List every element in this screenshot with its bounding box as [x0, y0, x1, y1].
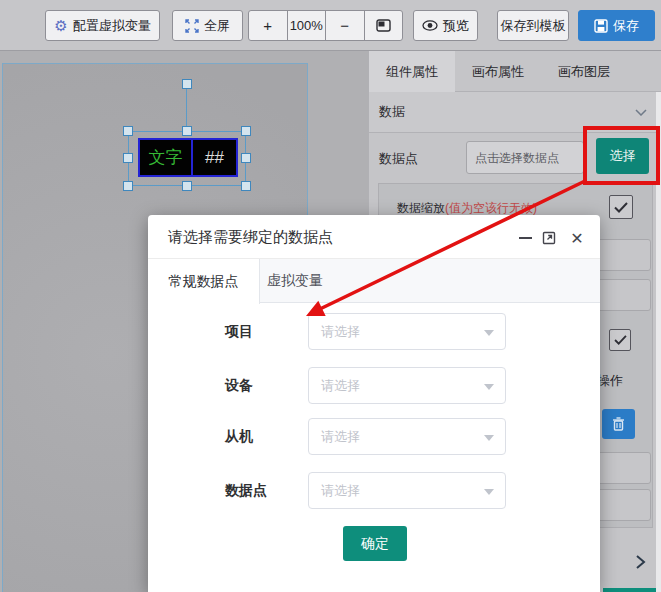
check-icon [614, 202, 628, 213]
chevron-right-icon [635, 554, 646, 570]
minimize-icon [519, 237, 532, 239]
form-row-project: 项目 请选择 [148, 313, 600, 350]
dialog-tab-bar: 常规数据点 虚拟变量 [148, 259, 600, 303]
datapoint-field-label: 数据点 [225, 472, 267, 509]
close-icon: ✕ [570, 229, 583, 248]
group-checkbox-2[interactable] [609, 329, 631, 351]
dialog-title: 请选择需要绑定的数据点 [168, 215, 333, 259]
form-row-datapoint: 数据点 请选择 [148, 472, 600, 509]
eye-icon [422, 20, 438, 31]
delete-row-button[interactable] [602, 409, 635, 439]
resize-handle-ne[interactable] [241, 126, 251, 136]
datapoint-select[interactable]: 请选择 [308, 472, 506, 509]
widget-label-box[interactable]: 文字 [138, 138, 193, 177]
form-row-slave: 从机 请选择 [148, 418, 600, 455]
scada-editor: ⚙ 配置虚拟变量 全屏 + 100% − [0, 0, 661, 592]
save-button[interactable]: 保存 [578, 10, 655, 41]
data-scale-checkbox[interactable] [609, 195, 633, 219]
gear-icon: ⚙ [54, 18, 67, 33]
data-scale-note: (值为空该行无效) [445, 201, 537, 215]
operation-column-header: 操作 [597, 372, 645, 390]
fullscreen-icon [185, 19, 199, 33]
save-to-template-label: 保存到模板 [501, 17, 566, 35]
confirm-button[interactable]: 确定 [343, 526, 407, 561]
device-label: 设备 [225, 367, 253, 404]
tab-canvas-properties[interactable]: 画布属性 [455, 51, 541, 92]
caret-down-icon [484, 384, 494, 390]
toolbar: ⚙ 配置虚拟变量 全屏 + 100% − [0, 0, 661, 51]
zoom-control-group: + 100% − [248, 10, 403, 41]
check-icon [614, 335, 627, 345]
data-section-header[interactable]: 数据 [369, 92, 661, 133]
resize-handle-nw[interactable] [123, 126, 133, 136]
project-placeholder: 请选择 [321, 314, 360, 349]
slave-label: 从机 [225, 418, 253, 455]
preview-button[interactable]: 预览 [413, 10, 478, 41]
data-section-title: 数据 [379, 103, 405, 121]
panel-tab-bar: 组件属性 画布属性 画布图层 [369, 51, 661, 92]
project-select[interactable]: 请选择 [308, 313, 506, 350]
datapoint-binding-dialog: 请选择需要绑定的数据点 ✕ 常规数据点 虚拟变量 项目 请选择 设备 [148, 215, 600, 592]
resize-handle-sw[interactable] [123, 181, 133, 191]
maximize-icon [541, 230, 557, 246]
select-datapoint-button[interactable]: 选择 [596, 138, 649, 174]
project-label: 项目 [225, 313, 253, 350]
fullscreen-label: 全屏 [204, 17, 230, 35]
tab-component-properties[interactable]: 组件属性 [369, 51, 455, 92]
config-virtual-vars-button[interactable]: ⚙ 配置虚拟变量 [45, 10, 160, 41]
datapoint-row: 数据点 选择 [369, 133, 661, 183]
save-icon [594, 19, 608, 33]
datapoint-input[interactable] [466, 141, 584, 174]
fit-canvas-button[interactable] [364, 11, 403, 40]
zoom-out-button[interactable]: − [325, 11, 364, 40]
canvas-size-icon [376, 19, 391, 32]
resize-handle-w[interactable] [123, 153, 133, 163]
close-button[interactable]: ✕ [568, 229, 586, 247]
tab-virtual-variables[interactable]: 虚拟变量 [260, 259, 330, 303]
resize-handle-se[interactable] [241, 181, 251, 191]
resize-handle-n[interactable] [182, 126, 192, 136]
slave-placeholder: 请选择 [321, 419, 360, 454]
caret-down-icon [484, 330, 494, 336]
slave-select[interactable]: 请选择 [308, 418, 506, 455]
tab-regular-datapoints[interactable]: 常规数据点 [148, 259, 260, 304]
rotate-handle[interactable] [182, 79, 192, 89]
device-placeholder: 请选择 [321, 368, 360, 403]
form-row-device: 设备 请选择 [148, 367, 600, 404]
datapoint-label: 数据点 [379, 150, 418, 168]
trash-icon [612, 417, 625, 431]
chevron-down-icon [635, 109, 647, 116]
caret-down-icon [484, 435, 494, 441]
text-widget[interactable]: 文字 ## [138, 138, 238, 177]
widget-value-box[interactable]: ## [193, 138, 238, 177]
resize-handle-s[interactable] [182, 181, 192, 191]
dialog-header: 请选择需要绑定的数据点 ✕ [148, 215, 600, 259]
zoom-in-button[interactable]: + [249, 11, 287, 40]
save-to-template-button[interactable]: 保存到模板 [497, 10, 569, 41]
preview-label: 预览 [443, 17, 469, 35]
device-select[interactable]: 请选择 [308, 367, 506, 404]
maximize-button[interactable] [540, 229, 558, 247]
resize-handle-e[interactable] [241, 153, 251, 163]
caret-down-icon [484, 489, 494, 495]
rotation-handle-line [186, 89, 187, 131]
config-virtual-vars-label: 配置虚拟变量 [73, 17, 151, 35]
panel-expand-chevron[interactable] [635, 554, 646, 574]
zoom-level[interactable]: 100% [287, 11, 326, 40]
panel-scrollbar[interactable] [656, 92, 661, 592]
fullscreen-button[interactable]: 全屏 [172, 10, 243, 41]
save-label: 保存 [613, 17, 639, 35]
tab-canvas-layers[interactable]: 画布图层 [541, 51, 627, 92]
datapoint-placeholder: 请选择 [321, 473, 360, 508]
minimize-button[interactable] [516, 229, 534, 247]
panel-bottom-accent [603, 588, 661, 592]
